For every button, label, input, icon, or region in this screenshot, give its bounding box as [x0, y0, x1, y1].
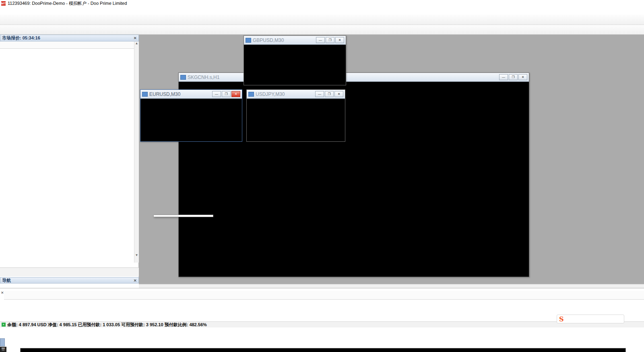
- restore-icon[interactable]: ❐: [325, 91, 334, 97]
- minimize-icon[interactable]: —: [315, 91, 324, 97]
- navigator-header: 导航 ✕: [0, 277, 139, 284]
- status-icon: ▪: [2, 323, 6, 327]
- navigator-title: 导航: [2, 277, 11, 284]
- chart-icon: [248, 92, 254, 97]
- restore-icon[interactable]: ❐: [222, 91, 231, 97]
- restore-icon[interactable]: ❐: [509, 74, 518, 80]
- mini-chart-canvas[interactable]: [140, 99, 242, 141]
- close-icon[interactable]: ✕: [134, 36, 137, 40]
- terminal-column-headers[interactable]: [4, 291, 644, 300]
- input-method-toolbar[interactable]: S: [557, 315, 624, 323]
- chart-window-title: EURUSD,M30: [149, 91, 180, 97]
- chart-window-usdjpy[interactable]: USDJPY,M30 — ❐ ✕: [246, 89, 345, 142]
- chart-window-titlebar[interactable]: GBPUSD,M30 — ❐ ✕: [244, 36, 346, 45]
- market-watch-rows: [0, 49, 134, 263]
- minimize-icon[interactable]: —: [212, 91, 221, 97]
- restore-icon[interactable]: ❐: [326, 37, 334, 43]
- chart-window-gbpusd[interactable]: GBPUSD,M30 — ❐ ✕: [244, 35, 346, 85]
- chart-window-titlebar[interactable]: EURUSD,M30 — ❐ ✕: [140, 90, 242, 99]
- standard-toolbar: [0, 14, 644, 25]
- mini-chart-canvas[interactable]: [247, 99, 345, 141]
- chart-icon: [142, 92, 148, 97]
- window-fragment: [0, 338, 5, 346]
- scroll-up-icon[interactable]: ▲: [134, 41, 139, 45]
- market-watch-title: 市场报价: 05:34:16: [2, 35, 40, 41]
- close-icon[interactable]: ✕: [334, 91, 343, 97]
- chart-icon: [246, 38, 251, 43]
- minimize-icon[interactable]: —: [499, 74, 508, 80]
- scroll-down-icon[interactable]: ▼: [134, 253, 139, 257]
- mini-chart-canvas[interactable]: [244, 45, 346, 85]
- sogou-logo-icon[interactable]: S: [559, 315, 564, 323]
- window-title: 112393469: DooPrime-Demo - 模拟帐户 - Doo Pr…: [8, 0, 127, 6]
- account-summary: 余额: 4 897.94 USD 净值: 4 985.15 已用预付款: 1 0…: [7, 322, 207, 328]
- taskbar-glyph: 壨: [0, 347, 6, 352]
- navigator-tabs: [0, 284, 139, 288]
- chart-window-titlebar[interactable]: SKGCNH.s,H1 — ❐ ✕: [179, 73, 529, 82]
- account-status-bar: ▪ 余额: 4 897.94 USD 净值: 4 985.15 已用预付款: 1…: [0, 321, 644, 327]
- chart-window-title: USDJPY,M30: [256, 91, 285, 97]
- minimize-icon[interactable]: —: [316, 37, 325, 43]
- close-icon[interactable]: ✕: [518, 74, 527, 80]
- menubar: [0, 6, 644, 14]
- terminal-panel: ✕ ▪ 余额: 4 897.94 USD 净值: 4 985.15 已用预付款:…: [0, 288, 644, 327]
- close-icon[interactable]: ✕: [1, 291, 4, 295]
- close-icon[interactable]: ✕: [231, 91, 240, 97]
- chart-window-title: GBPUSD,M30: [253, 37, 284, 43]
- market-watch-panel: 市场报价: 05:34:16 ✕ ▲ ▼: [0, 35, 139, 277]
- chart-window-title: SKGCNH.s,H1: [188, 75, 219, 80]
- app-icon: MT: [1, 1, 6, 6]
- chart-icon: [180, 75, 186, 80]
- market-watch-scrollbar[interactable]: ▲ ▼: [134, 41, 139, 263]
- chart-window-eurusd[interactable]: EURUSD,M30 — ❐ ✕: [140, 89, 242, 142]
- market-watch-column-headers[interactable]: [0, 41, 134, 49]
- window-titlebar: MT 112393469: DooPrime-Demo - 模拟帐户 - Doo…: [0, 0, 644, 6]
- chart-workspace: SKGCNH.s,H1 — ❐ ✕ GBPUSD,M30 — ❐ ✕ EURUS…: [139, 35, 644, 284]
- navigator-panel: 导航 ✕: [0, 277, 139, 288]
- market-watch-tabs: [0, 267, 139, 276]
- market-watch-header: 市场报价: 05:34:16 ✕: [0, 35, 139, 41]
- chart-window-titlebar[interactable]: USDJPY,M30 — ❐ ✕: [247, 90, 345, 99]
- drawing-toolbar: [0, 25, 644, 35]
- background-window-strip: [20, 348, 626, 352]
- close-icon[interactable]: ✕: [134, 278, 137, 283]
- close-icon[interactable]: ✕: [335, 37, 344, 43]
- terminal-context-menu: [153, 215, 213, 217]
